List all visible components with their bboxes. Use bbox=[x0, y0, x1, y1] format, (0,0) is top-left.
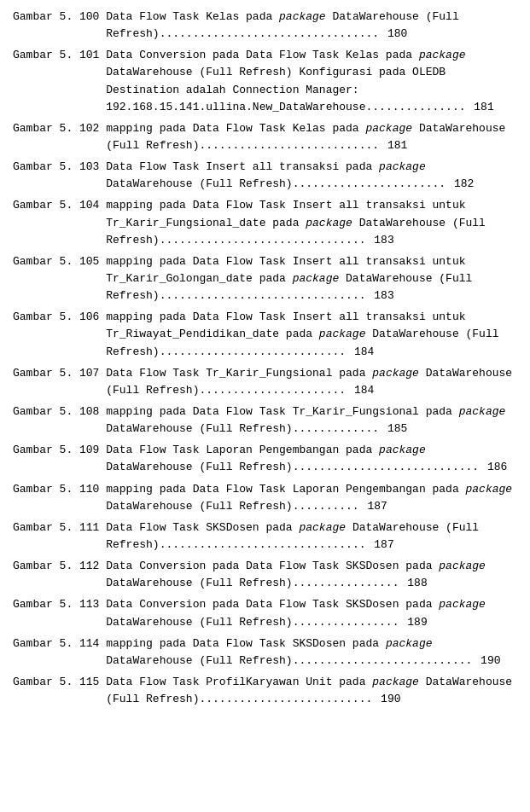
entry-prefix: Gambar 5. 106 bbox=[13, 309, 106, 360]
entry-line: Gambar 5. 109 Data Flow Task Laporan Pen… bbox=[13, 442, 517, 476]
entry-prefix: Gambar 5. 115 bbox=[13, 674, 106, 708]
toc-container: Gambar 5. 100 Data Flow Task Kelas pada … bbox=[13, 9, 517, 708]
toc-entry: Gambar 5. 112 Data Conversion pada Data … bbox=[13, 558, 517, 592]
entry-dots: .......................... bbox=[199, 691, 372, 708]
entry-dots: ............................... bbox=[160, 287, 366, 304]
entry-content: Data Conversion pada Data Flow Task SKSD… bbox=[106, 596, 517, 630]
toc-entry: Gambar 5. 106 mapping pada Data Flow Tas… bbox=[13, 309, 517, 360]
toc-entry: Gambar 5. 102 mapping pada Data Flow Tas… bbox=[13, 120, 517, 154]
entry-page: 186 bbox=[487, 461, 507, 473]
entry-prefix: Gambar 5. 111 bbox=[13, 519, 106, 554]
entry-dots: ................ bbox=[293, 575, 399, 592]
entry-prefix: Gambar 5. 107 bbox=[13, 365, 106, 399]
entry-dots: ................................. bbox=[160, 26, 379, 43]
entry-dots: ........................... bbox=[293, 652, 473, 670]
entry-content: Data Conversion pada Data Flow Task Kela… bbox=[106, 47, 517, 116]
entry-content: mapping pada Data Flow Task Insert all t… bbox=[106, 197, 517, 248]
entry-page: 182 bbox=[454, 177, 474, 190]
entry-line: Gambar 5. 113 Data Conversion pada Data … bbox=[13, 596, 517, 630]
entry-prefix: Gambar 5. 113 bbox=[13, 596, 106, 630]
entry-prefix: Gambar 5. 109 bbox=[13, 442, 106, 476]
entry-content: Data Conversion pada Data Flow Task SKSD… bbox=[106, 558, 517, 592]
entry-page: 180 bbox=[387, 27, 407, 40]
entry-dots: ............................ bbox=[293, 459, 479, 476]
toc-entry: Gambar 5. 111 Data Flow Task SKSDosen pa… bbox=[13, 519, 517, 554]
toc-entry: Gambar 5. 101 Data Conversion pada Data … bbox=[13, 47, 517, 116]
entry-line: Gambar 5. 107 Data Flow Task Tr_Karir_Fu… bbox=[13, 365, 517, 399]
entry-line: Gambar 5. 115 Data Flow Task ProfilKarya… bbox=[13, 674, 517, 708]
toc-entry: Gambar 5. 108 mapping pada Data Flow Tas… bbox=[13, 403, 517, 438]
entry-page: 183 bbox=[374, 289, 393, 302]
entry-page: 187 bbox=[367, 500, 387, 513]
entry-line: Gambar 5. 103 Data Flow Task Insert all … bbox=[13, 159, 517, 193]
entry-dots: .............. bbox=[372, 99, 465, 116]
entry-line: Gambar 5. 101 Data Conversion pada Data … bbox=[13, 47, 517, 116]
entry-page: 184 bbox=[354, 384, 374, 397]
entry-page: 190 bbox=[480, 654, 500, 667]
entry-page: 185 bbox=[387, 422, 407, 435]
entry-content: mapping pada Data Flow Task Insert all t… bbox=[106, 309, 517, 360]
entry-content: mapping pada Data Flow Task Kelas pada p… bbox=[106, 120, 517, 154]
entry-content: mapping pada Data Flow Task Tr_Karir_Fun… bbox=[106, 403, 517, 438]
entry-page: 189 bbox=[407, 616, 427, 629]
entry-line: Gambar 5. 108 mapping pada Data Flow Tas… bbox=[13, 403, 517, 438]
entry-dots: ................ bbox=[293, 614, 399, 631]
entry-dots: ........................... bbox=[199, 137, 379, 154]
entry-content: mapping pada Data Flow Task SKSDosen pad… bbox=[106, 635, 517, 670]
toc-entry: Gambar 5. 104 mapping pada Data Flow Tas… bbox=[13, 197, 517, 248]
entry-dots: ............................... bbox=[160, 536, 366, 554]
entry-page: 181 bbox=[387, 139, 407, 152]
entry-line: Gambar 5. 112 Data Conversion pada Data … bbox=[13, 558, 517, 592]
entry-content: Data Flow Task Tr_Karir_Fungsional pada … bbox=[106, 365, 517, 399]
toc-entry: Gambar 5. 103 Data Flow Task Insert all … bbox=[13, 159, 517, 193]
entry-dots: ............................ bbox=[160, 344, 346, 361]
entry-page: 190 bbox=[381, 693, 400, 705]
toc-entry: Gambar 5. 100 Data Flow Task Kelas pada … bbox=[13, 9, 517, 43]
toc-entry: Gambar 5. 105 mapping pada Data Flow Tas… bbox=[13, 253, 517, 304]
entry-prefix: Gambar 5. 114 bbox=[13, 635, 106, 670]
toc-entry: Gambar 5. 113 Data Conversion pada Data … bbox=[13, 596, 517, 630]
entry-dots: ............. bbox=[293, 420, 379, 438]
toc-entry: Gambar 5. 114 mapping pada Data Flow Tas… bbox=[13, 635, 517, 670]
toc-entry: Gambar 5. 110 mapping pada Data Flow Tas… bbox=[13, 481, 517, 515]
entry-content: Data Flow Task ProfilKaryawan Unit pada … bbox=[106, 674, 517, 708]
entry-prefix: Gambar 5. 103 bbox=[13, 159, 106, 193]
entry-content: mapping pada Data Flow Task Insert all t… bbox=[106, 253, 517, 304]
entry-line: Gambar 5. 102 mapping pada Data Flow Tas… bbox=[13, 120, 517, 154]
entry-prefix: Gambar 5. 104 bbox=[13, 197, 106, 248]
entry-dots: ...................... bbox=[199, 382, 346, 399]
entry-dots: ....................... bbox=[293, 176, 446, 193]
entry-prefix: Gambar 5. 108 bbox=[13, 403, 106, 438]
entry-content: Data Flow Task Insert all transaksi pada… bbox=[106, 159, 517, 193]
entry-prefix: Gambar 5. 112 bbox=[13, 558, 106, 592]
toc-entry: Gambar 5. 107 Data Flow Task Tr_Karir_Fu… bbox=[13, 365, 517, 399]
entry-content: Data Flow Task Laporan Pengembangan pada… bbox=[106, 442, 517, 476]
entry-page: 183 bbox=[374, 234, 393, 246]
entry-line: Gambar 5. 100 Data Flow Task Kelas pada … bbox=[13, 9, 517, 43]
entry-page: 188 bbox=[407, 577, 427, 589]
entry-page: 187 bbox=[374, 538, 393, 551]
entry-line: Gambar 5. 105 mapping pada Data Flow Tas… bbox=[13, 253, 517, 304]
entry-line: Gambar 5. 110 mapping pada Data Flow Tas… bbox=[13, 481, 517, 515]
entry-content: Data Flow Task Kelas pada package DataWa… bbox=[106, 9, 517, 43]
entry-page: 181 bbox=[474, 101, 493, 113]
entry-line: Gambar 5. 104 mapping pada Data Flow Tas… bbox=[13, 197, 517, 248]
toc-entry: Gambar 5. 109 Data Flow Task Laporan Pen… bbox=[13, 442, 517, 476]
entry-line: Gambar 5. 111 Data Flow Task SKSDosen pa… bbox=[13, 519, 517, 554]
entry-prefix: Gambar 5. 101 bbox=[13, 47, 106, 116]
entry-content: mapping pada Data Flow Task Laporan Peng… bbox=[106, 481, 517, 515]
entry-prefix: Gambar 5. 102 bbox=[13, 120, 106, 154]
toc-entry: Gambar 5. 115 Data Flow Task ProfilKarya… bbox=[13, 674, 517, 708]
entry-page: 184 bbox=[354, 345, 374, 358]
entry-dots: .......... bbox=[293, 498, 359, 515]
entry-line: Gambar 5. 114 mapping pada Data Flow Tas… bbox=[13, 635, 517, 670]
entry-line: Gambar 5. 106 mapping pada Data Flow Tas… bbox=[13, 309, 517, 360]
entry-prefix: Gambar 5. 105 bbox=[13, 253, 106, 304]
entry-content: Data Flow Task SKSDosen pada package Dat… bbox=[106, 519, 517, 554]
entry-prefix: Gambar 5. 110 bbox=[13, 481, 106, 515]
entry-prefix: Gambar 5. 100 bbox=[13, 9, 106, 43]
entry-dots: ............................... bbox=[160, 232, 366, 249]
